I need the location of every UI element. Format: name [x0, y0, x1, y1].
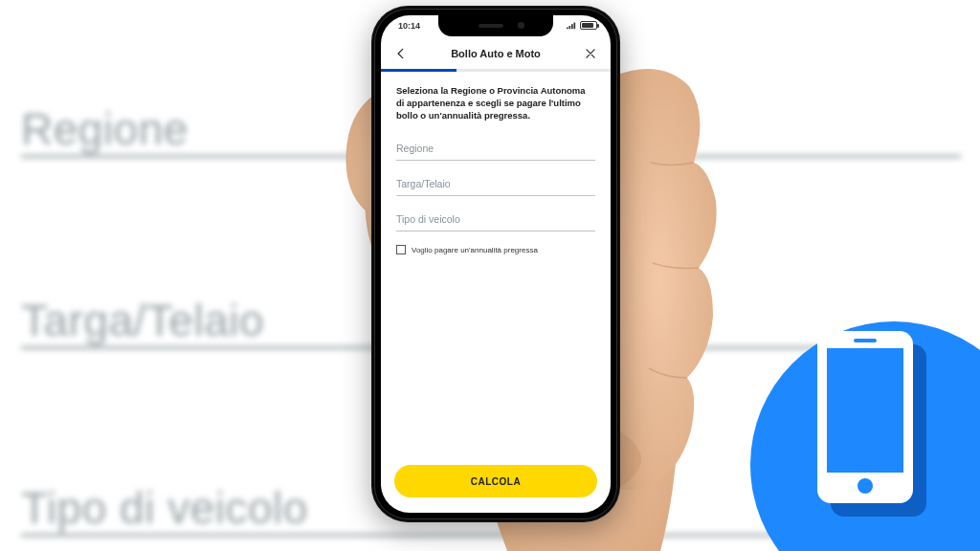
- page-title: Bollo Auto e Moto: [451, 48, 541, 59]
- status-icons: [567, 21, 597, 30]
- calcola-button[interactable]: CALCOLA: [394, 465, 597, 497]
- battery-icon: [580, 21, 597, 30]
- field-targa: [396, 174, 595, 196]
- status-time: 10:14: [398, 21, 420, 31]
- back-icon[interactable]: [394, 47, 408, 60]
- intro-text: Seleziona la Regione o Provincia Autonom…: [396, 85, 595, 121]
- regione-input[interactable]: [396, 139, 595, 161]
- phone-screen: 10:14 Bollo Auto e Moto: [381, 15, 611, 513]
- field-regione: [396, 139, 595, 161]
- bg-label-tipo: Tipo di veicolo: [21, 482, 308, 534]
- field-tipo: [396, 209, 595, 231]
- annualita-checkbox[interactable]: [396, 245, 406, 254]
- tipo-veicolo-input[interactable]: [396, 209, 595, 231]
- app-container: Bollo Auto e Moto Seleziona la Regione o…: [381, 38, 611, 513]
- annualita-checkbox-label: Voglio pagare un'annualità pregressa: [412, 246, 538, 254]
- bg-label-regione: Regione: [21, 103, 189, 155]
- signal-icon: [567, 21, 576, 30]
- close-icon[interactable]: [584, 47, 597, 60]
- app-header: Bollo Auto e Moto: [381, 38, 611, 69]
- phone-notch: [438, 15, 553, 36]
- targa-input[interactable]: [396, 174, 595, 196]
- bg-label-targa: Targa/Telaio: [21, 295, 264, 346]
- form-content: Seleziona la Regione o Provincia Autonom…: [381, 72, 611, 455]
- phone-device-frame: 10:14 Bollo Auto e Moto: [371, 6, 620, 522]
- checkbox-row: Voglio pagare un'annualità pregressa: [396, 245, 595, 254]
- phone-badge-icon: [817, 331, 932, 522]
- footer: CALCOLA: [381, 455, 611, 513]
